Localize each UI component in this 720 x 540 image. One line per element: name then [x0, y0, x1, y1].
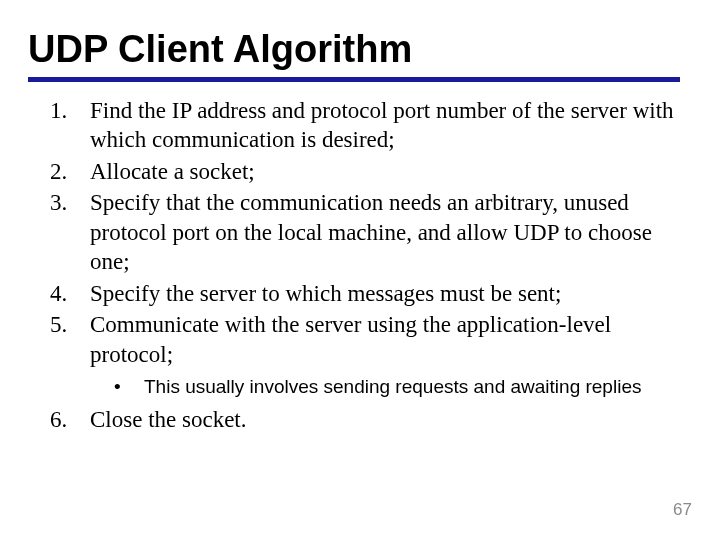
slide-title: UDP Client Algorithm — [28, 28, 680, 71]
step-text: Specify the server to which messages mus… — [90, 281, 561, 306]
slide: UDP Client Algorithm Find the IP address… — [0, 0, 720, 540]
sub-list: This usually involves sending requests a… — [90, 375, 680, 399]
step-text: Find the IP address and protocol port nu… — [90, 98, 674, 152]
list-item: Allocate a socket; — [90, 157, 680, 186]
list-item: Specify the server to which messages mus… — [90, 279, 680, 308]
sub-list-item: This usually involves sending requests a… — [114, 375, 680, 399]
step-text: Allocate a socket; — [90, 159, 255, 184]
title-underline — [28, 77, 680, 82]
sub-step-text: This usually involves sending requests a… — [144, 376, 641, 397]
algorithm-list: Find the IP address and protocol port nu… — [28, 96, 680, 435]
page-number: 67 — [673, 500, 692, 520]
step-text: Specify that the communication needs an … — [90, 190, 652, 274]
list-item: Specify that the communication needs an … — [90, 188, 680, 276]
list-item: Find the IP address and protocol port nu… — [90, 96, 680, 155]
step-text: Communicate with the server using the ap… — [90, 312, 611, 366]
list-item: Close the socket. — [90, 405, 680, 434]
list-item: Communicate with the server using the ap… — [90, 310, 680, 399]
step-text: Close the socket. — [90, 407, 247, 432]
